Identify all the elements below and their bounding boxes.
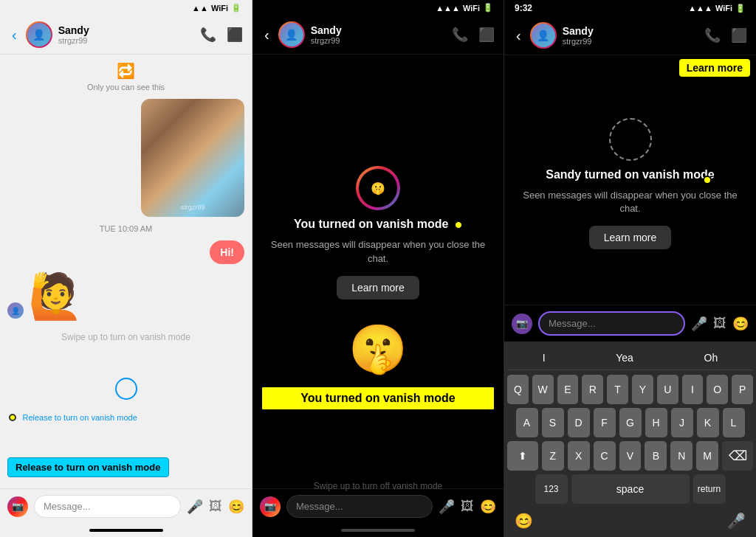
sticker-icon-2[interactable]: 😊 <box>480 499 496 515</box>
status-bar-2: ▲▲▲ WiFi 🔋 <box>252 0 504 15</box>
key-row-1: Q W E R T Y U I O P <box>507 375 753 404</box>
key-O[interactable]: O <box>707 375 728 404</box>
hi-bubble: Hi! <box>210 240 244 264</box>
key-B[interactable]: B <box>645 441 667 471</box>
sticker-icon-1[interactable]: 😊 <box>228 499 244 515</box>
key-F[interactable]: F <box>594 408 616 437</box>
key-N[interactable]: N <box>670 441 693 471</box>
sticker-row: 👤 🙋 <box>7 274 244 319</box>
key-A[interactable]: A <box>516 408 538 437</box>
key-W[interactable]: W <box>532 375 554 404</box>
video-icon-1[interactable]: ⬛ <box>227 27 243 43</box>
learn-more-button-3[interactable]: Learn more <box>589 226 672 249</box>
image-message: strgzr99 <box>141 99 244 217</box>
key-S[interactable]: S <box>542 408 564 437</box>
sticker-avatar: 👤 <box>7 302 24 319</box>
camera-button-1[interactable]: 📷 <box>7 496 28 517</box>
key-T[interactable]: T <box>607 375 628 404</box>
big-emoji-2: 🤫 <box>348 322 408 377</box>
key-shift[interactable]: ⬆ <box>507 441 538 471</box>
yellow-dot-p1 <box>9 414 16 421</box>
key-V[interactable]: V <box>619 441 642 471</box>
privacy-icon: 🔁 <box>117 62 135 80</box>
keyboard-bottom-row: 😊 🎤 <box>507 507 753 533</box>
gallery-icon-2[interactable]: 🖼 <box>461 499 474 514</box>
keyboard-3: I Yea Oh Q W E R T Y U I O P A S D F G H… <box>504 342 756 537</box>
yellow-dot-title-2 <box>455 221 462 229</box>
key-return[interactable]: return <box>693 474 726 504</box>
mic-icon-3[interactable]: 🎤 <box>691 316 707 332</box>
mic-icon-2[interactable]: 🎤 <box>439 499 455 515</box>
learn-more-button-2[interactable]: Learn more <box>337 276 419 299</box>
vanish-subtitle-3: Seen messages will disappear when you cl… <box>519 189 741 215</box>
key-L[interactable]: L <box>723 408 745 437</box>
key-row-3: ⬆ Z X C V B N M ⌫ <box>507 441 753 471</box>
message-placeholder-2[interactable]: Message... <box>296 501 423 512</box>
vanish-title-3: Sandy turned on vanish mode <box>546 168 714 181</box>
image-watermark: strgzr99 <box>181 204 205 211</box>
video-icon-2[interactable]: ⬛ <box>478 27 495 43</box>
header-icons-1: 📞 ⬛ <box>200 27 243 43</box>
key-space[interactable]: space <box>571 474 690 504</box>
vanish-subtitle-2: Seen messages will disappear when you cl… <box>267 238 489 265</box>
status-icons-1: ▲▲ WiFi 🔋 <box>192 3 241 13</box>
key-K[interactable]: K <box>697 408 719 437</box>
key-D[interactable]: D <box>568 408 590 437</box>
contact-name-1: Sandy <box>58 24 194 36</box>
key-backspace[interactable]: ⌫ <box>722 441 753 471</box>
key-G[interactable]: G <box>619 408 642 437</box>
key-P[interactable]: P <box>732 375 753 404</box>
key-Q[interactable]: Q <box>507 375 529 404</box>
key-I[interactable]: I <box>682 375 704 404</box>
key-U[interactable]: U <box>657 375 678 404</box>
vanish-center-3: Sandy turned on vanish mode Seen message… <box>504 55 756 305</box>
gallery-icon-1[interactable]: 🖼 <box>209 499 222 514</box>
contact-username-1: strgzr99 <box>58 36 194 45</box>
vanish-center-2: 🤫 You turned on vanish mode Seen message… <box>252 55 504 488</box>
release-circle <box>115 378 137 400</box>
message-placeholder-3[interactable]: Message... <box>549 318 675 329</box>
contact-info-1: Sandy strgzr99 <box>58 24 194 45</box>
key-Z[interactable]: Z <box>542 441 564 471</box>
mic-icon-1[interactable]: 🎤 <box>187 499 203 515</box>
message-placeholder-1[interactable]: Message... <box>44 501 171 512</box>
panel-2: ▲▲▲ WiFi 🔋 ‹ 👤 Sandy strgzr99 📞 ⬛ 🤫 You … <box>252 0 504 537</box>
message-input-wrap-3[interactable]: Message... <box>538 311 685 336</box>
back-button-1[interactable]: ‹ <box>9 24 20 46</box>
emoji-key[interactable]: 😊 <box>515 512 533 530</box>
key-123[interactable]: 123 <box>535 474 568 504</box>
back-button-3[interactable]: ‹ <box>513 24 524 47</box>
suggestion-yea[interactable]: Yea <box>610 350 639 365</box>
key-X[interactable]: X <box>568 441 590 471</box>
video-icon-3[interactable]: ⬛ <box>731 27 747 44</box>
header-icons-2: 📞 ⬛ <box>452 27 495 43</box>
header-1: ‹ 👤 Sandy strgzr99 📞 ⬛ <box>0 15 252 55</box>
contact-username-3: strgzr99 <box>563 37 698 46</box>
back-button-2[interactable]: ‹ <box>261 24 272 46</box>
key-M[interactable]: M <box>696 441 718 471</box>
phone-icon-2[interactable]: 📞 <box>452 27 468 43</box>
camera-button-3[interactable]: 📷 <box>512 313 532 334</box>
message-input-wrap-2: Message... <box>286 495 433 518</box>
suggestion-i[interactable]: I <box>537 350 551 365</box>
suggestion-oh[interactable]: Oh <box>698 350 724 365</box>
sticker-icon-3[interactable]: 😊 <box>732 316 749 332</box>
key-Y[interactable]: Y <box>632 375 653 404</box>
phone-icon-3[interactable]: 📞 <box>704 27 721 44</box>
gallery-icon-3[interactable]: 🖼 <box>713 316 726 331</box>
phone-icon-1[interactable]: 📞 <box>200 27 216 43</box>
key-C[interactable]: C <box>594 441 616 471</box>
avatar-1: 👤 <box>26 21 52 48</box>
key-E[interactable]: E <box>557 375 579 404</box>
key-R[interactable]: R <box>582 375 603 404</box>
contact-username-2: strgzr99 <box>311 36 446 45</box>
status-icons-3: ▲▲▲ WiFi 🔋 <box>688 4 746 13</box>
key-H[interactable]: H <box>645 408 667 437</box>
key-J[interactable]: J <box>671 408 693 437</box>
camera-button-2[interactable]: 📷 <box>260 496 281 517</box>
contact-name-3: Sandy <box>563 25 698 37</box>
key-row-2: A S D F G H J K L <box>507 408 753 437</box>
swipe-off-hint-2: Swipe up to turn off vanish mode <box>314 481 443 491</box>
avatar-2: 👤 <box>278 21 305 48</box>
mic-key[interactable]: 🎤 <box>727 512 746 530</box>
